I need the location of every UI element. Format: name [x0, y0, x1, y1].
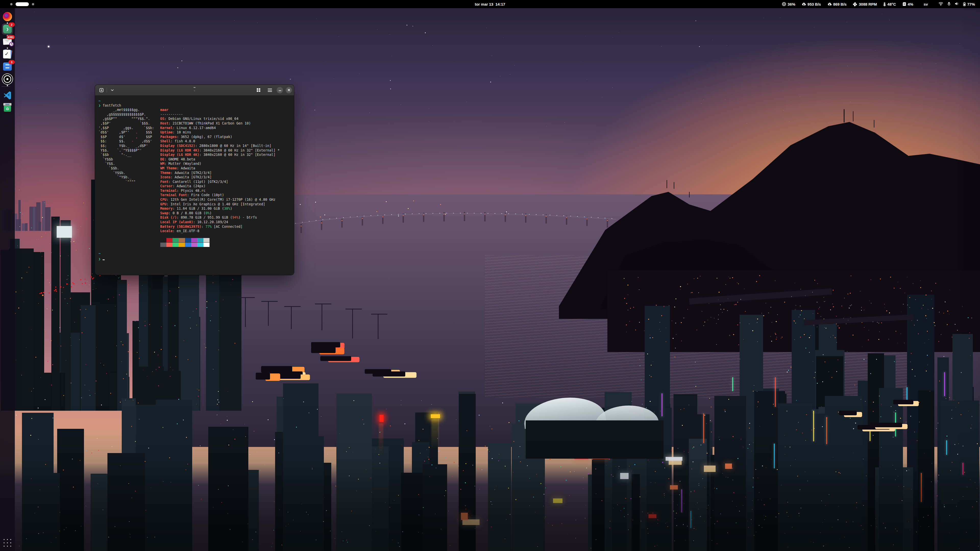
- new-tab-button[interactable]: [97, 86, 106, 94]
- window-title: ~ ~: [193, 86, 196, 92]
- terminal-body[interactable]: ~❯ fastfetch _,met$$$$$gg. maar ,g$$$$$$…: [95, 96, 294, 275]
- clock-button[interactable]: tor mar 13 14:17: [475, 0, 505, 8]
- vscode-icon: [3, 91, 12, 99]
- hamburger-icon: [268, 88, 272, 92]
- tab-overview-button[interactable]: [254, 86, 263, 94]
- mail-icon: [3, 38, 12, 44]
- dock-apps: ❯283913♻: [2, 11, 13, 114]
- dock-item-tasks[interactable]: [2, 48, 13, 60]
- trash-icon: ♻: [3, 103, 11, 112]
- upload-icon: [827, 2, 832, 6]
- stat-upload: 869 B/s: [827, 2, 847, 6]
- stat-download: 953 B/s: [802, 2, 821, 6]
- wallpaper: [0, 0, 980, 551]
- clock-icon: [9, 42, 14, 46]
- dock: ❯283913♻: [0, 8, 15, 551]
- workspace-3[interactable]: [32, 3, 34, 5]
- memory-icon: [902, 2, 906, 6]
- wifi-icon: [939, 2, 943, 6]
- dock-item-files[interactable]: 3: [2, 61, 13, 73]
- battery-icon: [963, 2, 966, 6]
- dock-item-mail[interactable]: 8391: [2, 36, 13, 48]
- workspace-1[interactable]: [10, 3, 13, 5]
- cpu-icon: [782, 2, 786, 6]
- close-icon: [287, 89, 290, 92]
- chevron-down-icon: [110, 88, 114, 92]
- workspace-2-active[interactable]: [16, 2, 29, 6]
- dock-item-vscode[interactable]: [2, 89, 13, 101]
- minimize-icon: [278, 89, 282, 92]
- notification-badge: 2: [8, 22, 15, 27]
- microphone-icon: [948, 2, 950, 6]
- close-button[interactable]: [286, 87, 292, 94]
- new-tab-icon: [99, 88, 103, 92]
- workspace-indicator[interactable]: [10, 2, 34, 6]
- volume-icon: [955, 2, 959, 6]
- temperature-icon: [883, 2, 886, 6]
- menu-button[interactable]: [266, 86, 274, 94]
- keyboard-layout-indicator[interactable]: sv: [924, 2, 928, 6]
- terminal-window: ~ ~: [95, 85, 294, 275]
- dock-separator: [2, 86, 10, 87]
- header-separator: [107, 87, 107, 93]
- running-indicator-dot: [7, 85, 8, 86]
- harbor-bridge: [286, 209, 617, 242]
- system-stats[interactable]: 36%953 B/s869 B/s3088 RPM48°C4%sv77%: [782, 2, 975, 6]
- topbar: tor mar 13 14:17 36%953 B/s869 B/s3088 R…: [0, 0, 980, 8]
- notification-badge: 3: [8, 60, 15, 64]
- battery-indicator: 77%: [963, 2, 975, 6]
- tab-list-button[interactable]: [108, 86, 117, 94]
- notification-badge: 8391: [6, 35, 15, 39]
- stat-temperature: 48°C: [883, 2, 896, 6]
- minimize-button[interactable]: [277, 87, 283, 94]
- dock-item-firefox[interactable]: [2, 11, 13, 22]
- dock-item-media[interactable]: [2, 73, 13, 85]
- firefox-icon: [3, 12, 12, 21]
- tasks-icon: [3, 50, 12, 59]
- desktop: tor mar 13 14:17 36%953 B/s869 B/s3088 R…: [0, 0, 980, 551]
- system-indicators[interactable]: 77%: [939, 2, 975, 6]
- terminal-header: ~ ~: [95, 85, 294, 96]
- dock-item-terminal[interactable]: ❯2: [2, 23, 13, 35]
- stat-memory: 4%: [902, 2, 913, 6]
- media-app-icon: [3, 75, 12, 84]
- stat-fan: 3088 RPM: [853, 2, 877, 6]
- grid-icon: [256, 88, 261, 92]
- dock-item-trash[interactable]: ♻: [2, 102, 13, 113]
- download-icon: [802, 2, 806, 6]
- stat-cpu: 36%: [782, 2, 795, 6]
- fan-icon: [853, 2, 857, 6]
- show-apps-button[interactable]: [3, 538, 12, 548]
